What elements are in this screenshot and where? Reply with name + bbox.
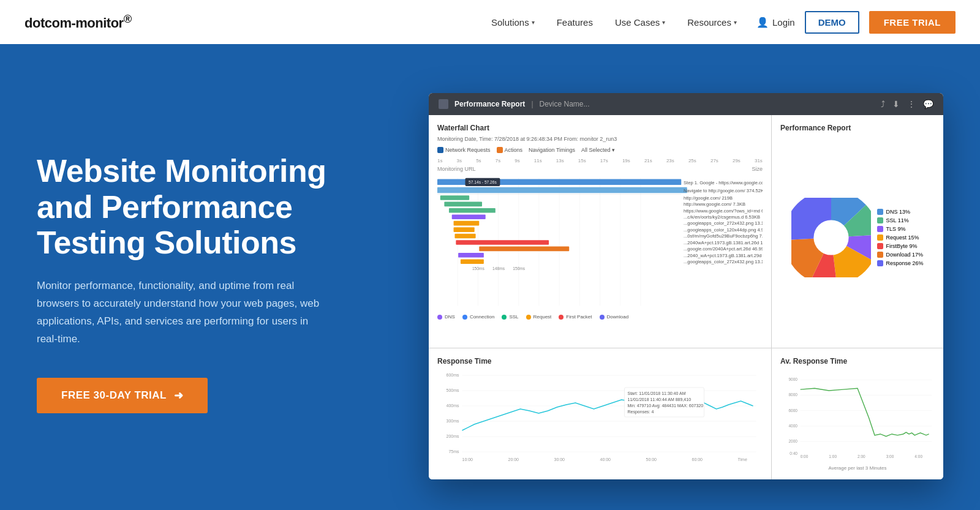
pie-legend: DNS 13% SSL 11% TLS 9% xyxy=(877,209,923,266)
nav-use-cases[interactable]: Use Cases ▾ xyxy=(615,17,665,28)
filter-all-label: All Selected ▾ xyxy=(581,147,615,153)
svg-text:...googleapps_color_120x44dp.p: ...googleapps_color_120x44dp.png 4.97KB xyxy=(684,227,763,233)
share-icon[interactable]: ⤴ xyxy=(881,99,885,109)
download-icon[interactable]: ⬇ xyxy=(892,99,900,109)
svg-text:3:00: 3:00 xyxy=(886,454,894,459)
av-response-panel: Av. Response Time 9000 8000 6000 4000 20… xyxy=(772,348,943,479)
column-monitoring-url: Monitoring URL xyxy=(437,166,476,172)
user-icon: 👤 xyxy=(756,17,769,28)
download-dot xyxy=(600,315,605,320)
waterfall-svg: Step 1. Google - https://www.google.com … xyxy=(437,174,763,309)
demo-button[interactable]: DEMO xyxy=(805,11,859,34)
hero-section: Website Monitoring and Performance Testi… xyxy=(0,44,980,510)
hero-cta-label: FREE 30-DAY TRIAL xyxy=(61,389,167,402)
chevron-down-icon-2: ▾ xyxy=(662,19,665,26)
svg-rect-17 xyxy=(444,202,482,207)
legend-ssl: SSL xyxy=(502,314,518,320)
svg-text:...google.com/2040A+pct.art.26: ...google.com/2040A+pct.art.26d 46.99KB xyxy=(684,246,763,252)
svg-text:http://www.google.com/   7.3KB: http://www.google.com/ 7.3KB xyxy=(684,201,745,207)
pie-firstbyte-color xyxy=(877,243,883,249)
svg-rect-33 xyxy=(458,253,484,258)
svg-text:Navigate to http://google.com/: Navigate to http://google.com/ 374.52KB xyxy=(684,188,763,193)
checkbox-network xyxy=(437,147,443,153)
svg-text:75ms: 75ms xyxy=(448,449,459,454)
svg-text:200ms: 200ms xyxy=(446,434,459,438)
ssl-dot xyxy=(502,315,507,320)
svg-text:...googleapps_color_272x432.pn: ...googleapps_color_272x432.png 13.19KB xyxy=(684,221,763,227)
message-icon[interactable]: 💬 xyxy=(923,99,933,109)
svg-text:Responses: 4: Responses: 4 xyxy=(628,410,654,414)
checkbox-actions xyxy=(497,147,503,153)
first-packet-dot xyxy=(559,315,564,320)
svg-rect-31 xyxy=(479,247,569,252)
filter-actions-label: Actions xyxy=(505,147,523,153)
connection-dot xyxy=(462,315,467,320)
dashboard-body: Waterfall Chart Monitoring Date, Time: 7… xyxy=(429,115,943,479)
legend-item-response: Response 26% xyxy=(877,260,923,266)
filter-network-label: Network Requests xyxy=(445,147,491,153)
hero-title: Website Monitoring and Performance Testi… xyxy=(37,153,331,260)
svg-text:150ms: 150ms xyxy=(513,266,526,271)
nav-resources-label: Resources xyxy=(687,17,731,28)
svg-rect-21 xyxy=(452,214,486,219)
legend-item-firstbyte: FirstByte 9% xyxy=(877,243,923,249)
svg-text:150ms: 150ms xyxy=(472,266,485,271)
free-trial-nav-button[interactable]: FREE TRIAL xyxy=(869,11,956,34)
legend-connection: Connection xyxy=(462,314,494,320)
login-button[interactable]: 👤 Login xyxy=(756,17,795,28)
legend-item-download: Download 17% xyxy=(877,252,923,258)
hero-cta-button[interactable]: FREE 30-DAY TRIAL ➜ xyxy=(37,378,208,413)
svg-rect-35 xyxy=(461,259,484,264)
svg-point-49 xyxy=(814,220,849,255)
nav-features[interactable]: Features xyxy=(557,17,593,28)
titlebar-separator: | xyxy=(531,100,533,108)
waterfall-title: Waterfall Chart xyxy=(437,124,763,132)
dns-dot xyxy=(437,315,442,320)
nav-solutions[interactable]: Solutions ▾ xyxy=(491,17,535,28)
response-time-panel-left: Response Time 600ms 500ms 400ms 300ms 20… xyxy=(429,348,771,479)
svg-text:50:00: 50:00 xyxy=(646,457,657,462)
legend-item-request: Request 15% xyxy=(877,234,923,241)
svg-text:11/01/2018 11:40:44 AM 889,410: 11/01/2018 11:40:44 AM 889,410 xyxy=(628,397,692,402)
titlebar-actions: ⤴ ⬇ ⋮ 💬 xyxy=(881,99,933,109)
nav-resources[interactable]: Resources ▾ xyxy=(687,17,737,28)
column-size: Size xyxy=(752,166,763,172)
svg-text:57.14s - 57.26s: 57.14s - 57.26s xyxy=(469,180,497,184)
legend-item-tls: TLS 9% xyxy=(877,226,923,232)
nav-use-cases-label: Use Cases xyxy=(615,17,660,28)
svg-text:20:00: 20:00 xyxy=(508,457,519,462)
pie-tls-color xyxy=(877,226,883,232)
time-axis: 1s3s 5s7s 9s11s 13s15s 17s19s 21s23s 25s… xyxy=(437,158,763,163)
svg-text:6000: 6000 xyxy=(789,408,798,413)
svg-text:600ms: 600ms xyxy=(446,373,459,377)
hero-description: Monitor performance, functionality, and … xyxy=(37,277,331,348)
svg-text:Min: 479710 Avg: 484431 MAX: 6: Min: 479710 Avg: 484431 MAX: 607320 xyxy=(628,403,704,408)
waterfall-meta: Monitoring Date, Time: 7/28/2018 at 9:26… xyxy=(437,136,763,142)
svg-text:8000: 8000 xyxy=(789,392,798,397)
svg-text:...0sf/m/myGofd5u29BuF9ocbzp6h: ...0sf/m/myGofd5u29BuF9ocbzp6hg 7.19KB xyxy=(684,233,763,239)
svg-rect-27 xyxy=(454,234,475,239)
arrow-right-icon: ➜ xyxy=(174,389,184,402)
svg-text:4:00: 4:00 xyxy=(914,454,922,459)
svg-text:Step 1. Google - https://www.g: Step 1. Google - https://www.google.com … xyxy=(684,180,763,186)
svg-text:2:00: 2:00 xyxy=(858,454,865,459)
svg-text:9000: 9000 xyxy=(789,377,798,381)
nav-actions: 👤 Login DEMO FREE TRIAL xyxy=(756,11,956,34)
av-response-subtitle: Average per last 3 Minutes xyxy=(780,465,935,471)
login-label: Login xyxy=(772,17,795,28)
svg-rect-15 xyxy=(440,195,469,200)
legend-dns: DNS xyxy=(437,314,455,320)
legend-item-dns: DNS 13% xyxy=(877,209,923,215)
pie-chart-svg xyxy=(791,198,871,277)
waterfall-filters: Network Requests Actions Navigation Timi… xyxy=(437,147,763,153)
logo[interactable]: dotcom-monitor® xyxy=(24,12,132,31)
more-icon[interactable]: ⋮ xyxy=(907,99,916,109)
dashboard-titlebar: Performance Report | Device Name... ⤴ ⬇ … xyxy=(429,93,943,115)
svg-rect-23 xyxy=(454,221,480,226)
svg-text:...googleapps_color_272x432.pn: ...googleapps_color_272x432.png 13.19KB xyxy=(684,259,763,264)
av-response-title: Av. Response Time xyxy=(780,357,935,366)
svg-text:0:40: 0:40 xyxy=(790,452,797,456)
response-time-chart-right: 9000 8000 6000 4000 2000 0:40 xyxy=(780,369,935,464)
titlebar-device: Device Name... xyxy=(540,100,590,108)
svg-text:...2040wA+pct.1973.gB.1381.art: ...2040wA+pct.1973.gB.1381.art.26d 141.0… xyxy=(684,240,763,246)
